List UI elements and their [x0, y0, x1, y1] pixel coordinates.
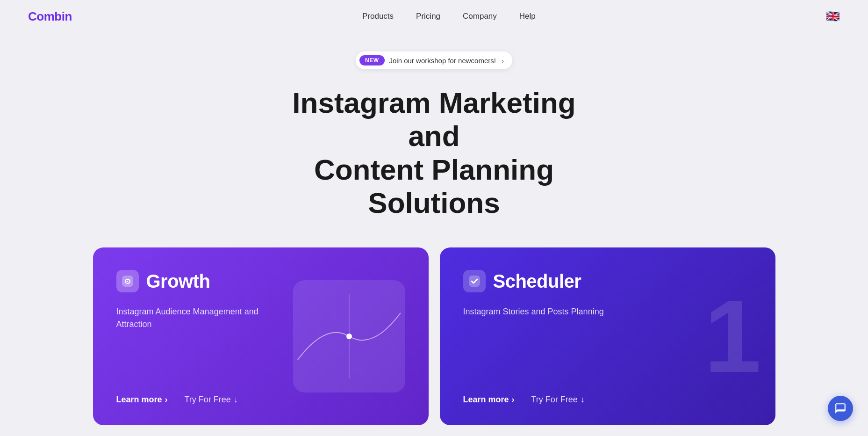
- scheduler-decoration: 1: [704, 285, 761, 388]
- svg-point-1: [127, 281, 128, 282]
- svg-rect-5: [469, 276, 480, 287]
- growth-description: Instagram Audience Management and Attrac…: [116, 305, 294, 331]
- growth-try-free[interactable]: Try For Free ↓: [185, 395, 238, 405]
- chat-icon: [834, 402, 846, 414]
- banner-arrow: ›: [502, 57, 504, 65]
- nav-company[interactable]: Company: [463, 12, 497, 21]
- nav-help[interactable]: Help: [519, 12, 536, 21]
- banner-text: Join our workshop for newcomers!: [389, 57, 496, 65]
- nav-products[interactable]: Products: [362, 12, 394, 21]
- chat-button[interactable]: [828, 396, 853, 421]
- svg-point-4: [346, 334, 352, 339]
- growth-actions: Learn more › Try For Free ↓: [116, 395, 405, 405]
- cards-container: Growth Instagram Audience Management and…: [93, 247, 775, 425]
- new-badge: NEW: [359, 55, 385, 65]
- main-nav: Products Pricing Company Help: [362, 12, 536, 21]
- scheduler-try-free-arrow: ↓: [581, 395, 585, 405]
- scheduler-actions: Learn more › Try For Free ↓: [463, 395, 752, 405]
- main-content: NEW Join our workshop for newcomers! › I…: [0, 33, 868, 436]
- growth-card: Growth Instagram Audience Management and…: [93, 247, 429, 425]
- scheduler-icon: [463, 270, 486, 292]
- scheduler-title: Scheduler: [493, 271, 581, 292]
- growth-title: Growth: [146, 271, 210, 292]
- logo[interactable]: Combin: [28, 9, 72, 24]
- nav-pricing[interactable]: Pricing: [416, 12, 440, 21]
- try-free-arrow: ↓: [234, 395, 238, 405]
- growth-card-header: Growth: [116, 270, 405, 292]
- language-flag[interactable]: 🇬🇧: [826, 10, 840, 23]
- deco-number: 1: [704, 279, 761, 394]
- growth-icon: [116, 270, 139, 292]
- learn-more-arrow: ›: [165, 395, 168, 405]
- scheduler-description: Instagram Stories and Posts Planning: [463, 305, 641, 318]
- scheduler-learn-more[interactable]: Learn more ›: [463, 395, 515, 405]
- scheduler-try-free[interactable]: Try For Free ↓: [531, 395, 585, 405]
- scheduler-card-header: Scheduler: [463, 270, 752, 292]
- growth-learn-more[interactable]: Learn more ›: [116, 395, 168, 405]
- new-banner[interactable]: NEW Join our workshop for newcomers! ›: [356, 51, 512, 69]
- growth-decoration: [288, 276, 410, 397]
- scheduler-card: Scheduler Instagram Stories and Posts Pl…: [440, 247, 775, 425]
- scheduler-learn-more-arrow: ›: [512, 395, 515, 405]
- hero-title: Instagram Marketing and Content Planning…: [271, 86, 598, 219]
- header: Combin Products Pricing Company Help 🇬🇧: [0, 0, 868, 33]
